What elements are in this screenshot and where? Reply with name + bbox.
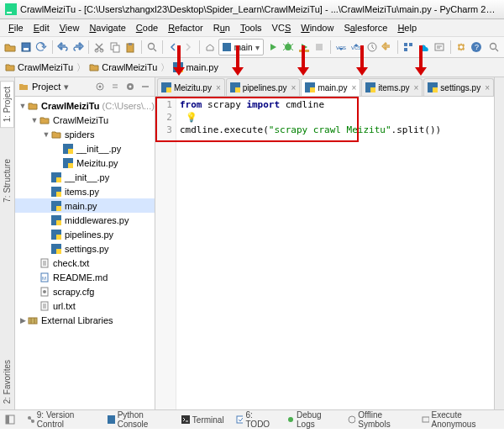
vcs-history-button[interactable]: [365, 38, 379, 56]
collapse-all-button[interactable]: [109, 81, 121, 92]
crumb-pkg[interactable]: CrawlMeiziTu: [89, 62, 157, 72]
tree-node[interactable]: __init__.py: [15, 170, 155, 184]
vcs-update-button[interactable]: vcs: [333, 38, 348, 56]
menu-refactor[interactable]: Refactor: [163, 21, 208, 34]
tree-node[interactable]: settings.py: [15, 241, 155, 256]
menu-vcs[interactable]: VCS: [267, 21, 297, 34]
close-icon[interactable]: ×: [351, 83, 356, 92]
status-offline-symbols[interactable]: Offline Symbols: [348, 410, 409, 429]
anon-button[interactable]: [433, 38, 447, 56]
tree-node[interactable]: url.txt: [15, 298, 155, 313]
cut-button[interactable]: [92, 38, 107, 56]
svg-rect-71: [237, 416, 244, 423]
paste-button[interactable]: [123, 38, 138, 56]
project-tree[interactable]: ▼ CrawlMeiziTu (C:\Users\...) ▼CrawlMeiz…: [15, 97, 155, 409]
tree-root[interactable]: ▼ CrawlMeiziTu (C:\Users\...): [15, 98, 155, 113]
help-button[interactable]: ?: [470, 38, 484, 56]
coverage-button[interactable]: [297, 38, 312, 56]
editor-tab[interactable]: main.py×: [301, 78, 360, 96]
menu-tools[interactable]: Tools: [235, 21, 267, 34]
svg-rect-1: [7, 12, 12, 13]
editor-tab[interactable]: Meizitu.py×: [157, 78, 225, 96]
search-everywhere-button[interactable]: [486, 38, 501, 56]
crumb-file[interactable]: main.py: [173, 62, 218, 72]
main-body: 1: Project 7: Structure 2: Favorites Pro…: [0, 77, 504, 409]
status-terminal[interactable]: Terminal: [181, 415, 224, 425]
vcs-commit-button[interactable]: vcs: [349, 38, 364, 56]
close-icon[interactable]: ×: [485, 83, 490, 92]
save-button[interactable]: [19, 38, 34, 56]
structure-button[interactable]: [402, 38, 416, 56]
tree-label: CrawlMeiziTu: [53, 115, 108, 125]
menu-run[interactable]: Run: [208, 21, 235, 34]
project-header-label[interactable]: Project: [32, 82, 60, 92]
find-button[interactable]: [144, 38, 159, 56]
back-button[interactable]: [166, 38, 181, 56]
run-button[interactable]: [265, 38, 280, 56]
menu-code[interactable]: Code: [131, 21, 163, 34]
menu-navigate[interactable]: Navigate: [84, 21, 130, 34]
status-todo[interactable]: 6: TODO: [236, 410, 276, 429]
build-button[interactable]: [202, 38, 217, 56]
py-icon: [50, 172, 62, 183]
tree-node[interactable]: ▼CrawlMeiziTu: [15, 113, 155, 127]
hide-button[interactable]: [139, 81, 151, 92]
tree-external-libs[interactable]: ▶ External Libraries: [15, 313, 155, 327]
sfdc-button[interactable]: [417, 38, 432, 56]
redo-button[interactable]: [71, 38, 86, 56]
tree-label: check.txt: [53, 258, 89, 268]
tree-node[interactable]: ▼spiders: [15, 127, 155, 141]
tree-node[interactable]: Meizitu.py: [15, 156, 155, 170]
menu-file[interactable]: File: [3, 21, 29, 34]
tool-tab-structure[interactable]: 7: Structure: [0, 153, 14, 209]
code-editor[interactable]: 123 from scrapy import cmdline 💡 cmdline…: [155, 97, 494, 409]
copy-button[interactable]: [108, 38, 123, 56]
settings-button[interactable]: [454, 38, 468, 56]
tree-node[interactable]: items.py: [15, 184, 155, 198]
svg-rect-41: [56, 206, 61, 211]
stop-button[interactable]: [312, 38, 327, 56]
open-button[interactable]: [3, 38, 18, 56]
crumb-root[interactable]: CrawlMeiziTu: [5, 62, 73, 72]
svg-rect-47: [56, 249, 61, 254]
status-execute-anon[interactable]: Execute Anonymous: [422, 410, 499, 429]
tree-label: pipelines.py: [65, 230, 113, 240]
menu-salesforce[interactable]: Salesforce: [339, 21, 392, 34]
toolbar-separator: [52, 40, 53, 54]
gear-icon[interactable]: [124, 81, 136, 92]
status-python-console[interactable]: Python Console: [108, 410, 170, 429]
close-icon[interactable]: ×: [291, 83, 297, 92]
sync-button[interactable]: [34, 38, 49, 56]
close-icon[interactable]: ×: [216, 83, 221, 92]
status-debug-logs[interactable]: Debug Logs: [286, 410, 336, 429]
forward-button[interactable]: [181, 38, 196, 56]
editor-tab[interactable]: pipelines.py×: [226, 78, 301, 96]
nav-breadcrumb: CrawlMeiziTu 〉 CrawlMeiziTu 〉 main.py: [0, 58, 504, 77]
code-content[interactable]: from scrapy import cmdline 💡 cmdline.exe…: [176, 97, 494, 409]
tree-node[interactable]: MREADME.md: [15, 270, 155, 284]
menu-help[interactable]: Help: [392, 21, 422, 34]
menu-window[interactable]: Window: [296, 21, 339, 34]
tool-tab-favorites[interactable]: 2: Favorites: [0, 354, 14, 409]
tree-node[interactable]: check.txt: [15, 256, 155, 270]
tree-node[interactable]: __init__.py: [15, 141, 155, 156]
close-icon[interactable]: ×: [414, 83, 419, 92]
chevron-down-icon[interactable]: ▾: [64, 82, 69, 92]
tree-node[interactable]: main.py: [15, 198, 155, 213]
undo-button[interactable]: [55, 38, 70, 56]
tree-node[interactable]: scrapy.cfg: [15, 284, 155, 298]
editor-tab[interactable]: settings.py×: [423, 78, 494, 96]
scroll-from-source-button[interactable]: [94, 81, 106, 92]
editor-tab[interactable]: items.py×: [361, 78, 423, 96]
tree-node[interactable]: pipelines.py: [15, 227, 155, 241]
tool-tab-project[interactable]: 1: Project: [0, 81, 14, 128]
status-version-control[interactable]: 9: Version Control: [27, 410, 96, 429]
tree-node[interactable]: middlewares.py: [15, 213, 155, 227]
vcs-revert-button[interactable]: [381, 38, 395, 56]
menu-edit[interactable]: Edit: [29, 21, 55, 34]
debug-button[interactable]: [281, 38, 296, 56]
run-config-combo[interactable]: main ▾: [218, 39, 265, 55]
tool-window-button[interactable]: [5, 415, 15, 425]
intention-bulb-icon[interactable]: 💡: [186, 112, 197, 123]
menu-view[interactable]: View: [55, 21, 85, 34]
